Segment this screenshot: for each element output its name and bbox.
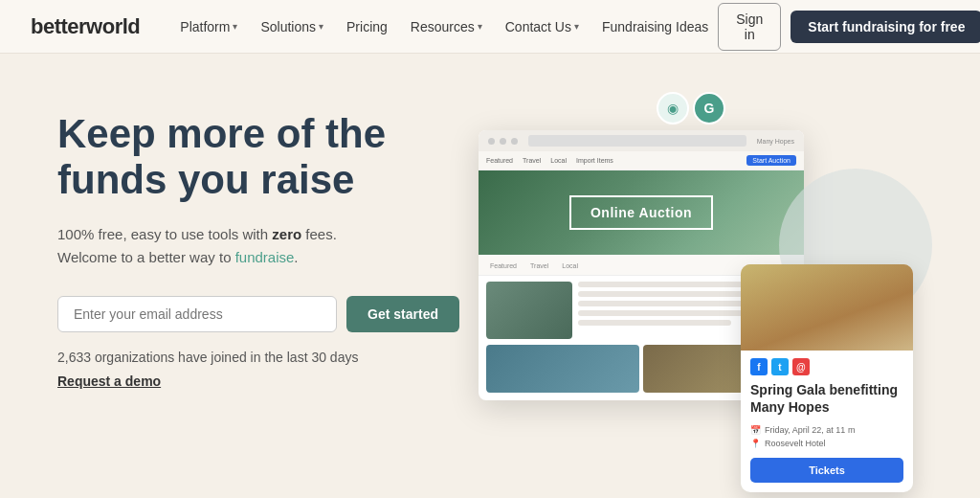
hero-left: Keep more of the funds you raise 100% fr… — [57, 92, 459, 498]
request-demo-link[interactable]: Request a demo — [57, 374, 161, 389]
hero-right: ◉ G Many Hopes Many Hopes Featured Trave… — [459, 92, 923, 498]
chevron-down-icon: ▾ — [233, 21, 237, 32]
tickets-button[interactable]: Tickets — [750, 458, 903, 483]
hero-subtitle: 100% free, easy to use tools with zero f… — [57, 223, 459, 269]
hero-section: Keep more of the funds you raise 100% fr… — [0, 54, 980, 498]
event-location-text: Roosevelt Hotel — [765, 439, 826, 448]
mockup-nav-item-3: Local — [550, 157, 567, 164]
mockup-thumbnail — [486, 282, 572, 339]
nav-actions: Sign in Start fundraising for free — [718, 3, 980, 51]
mockup-thumb-image — [486, 282, 572, 339]
mockup-text-line-5 — [578, 320, 731, 326]
pin-icon: ◉ — [657, 92, 689, 124]
facebook-icon[interactable]: f — [750, 358, 768, 375]
event-card-image — [741, 264, 913, 351]
mockup-url-text: Many Hopes — [757, 138, 794, 145]
event-card-title: Spring Gala benefitting Many Hopes — [741, 379, 913, 423]
mockup-tab-featured[interactable]: Featured — [486, 260, 521, 271]
social-proof-text: 2,633 organizations have joined in the l… — [57, 350, 459, 365]
nav-item-platform-label: Platform — [180, 19, 230, 34]
chevron-down-icon: ▾ — [574, 21, 579, 32]
event-card-date: 📅 Friday, April 22, at 11 m — [741, 423, 913, 437]
chevron-down-icon: ▾ — [319, 21, 323, 32]
email-icon[interactable]: @ — [792, 358, 810, 375]
twitter-icon[interactable]: t — [771, 358, 789, 375]
mockup-grid-item-1 — [486, 345, 639, 393]
float-icons: ◉ G — [657, 92, 725, 124]
nav-item-fundraising-ideas-label: Fundraising Ideas — [602, 19, 708, 34]
nav-item-resources[interactable]: Resources ▾ — [401, 13, 492, 40]
event-date-text: Friday, April 22, at 11 m — [765, 425, 855, 435]
event-card: f t @ Spring Gala benefitting Many Hopes… — [741, 264, 913, 492]
event-card-social-icons: f t @ — [741, 351, 913, 379]
mockup-dot-1 — [488, 138, 495, 145]
start-fundraising-button[interactable]: Start fundraising for free — [791, 11, 980, 43]
navbar: betterworld Platform ▾ Solutions ▾ Prici… — [0, 0, 980, 54]
nav-item-pricing[interactable]: Pricing — [337, 13, 397, 40]
event-card-location: 📍 Roosevelt Hotel — [741, 437, 913, 450]
mockup-topbar: Many Hopes Many Hopes — [479, 130, 804, 151]
hero-title: Keep more of the funds you raise — [57, 111, 459, 204]
calendar-icon: 📅 — [750, 425, 761, 435]
chevron-down-icon: ▾ — [478, 21, 482, 32]
nav-item-fundraising-ideas[interactable]: Fundraising Ideas — [592, 13, 718, 40]
get-started-button[interactable]: Get started — [346, 296, 459, 332]
email-input[interactable] — [57, 296, 337, 332]
nav-item-contact-label: Contact Us — [505, 19, 571, 34]
email-form: Get started — [57, 296, 459, 332]
mockup-dot-3 — [511, 138, 518, 145]
g-icon: G — [693, 92, 725, 124]
fundraise-link[interactable]: fundraise — [235, 249, 295, 265]
mockup-auction-banner: Online Auction — [479, 170, 804, 255]
mockup-tab-local[interactable]: Local — [558, 260, 582, 271]
mockup-tab-travel[interactable]: Travel — [526, 260, 552, 271]
nav-links: Platform ▾ Solutions ▾ Pricing Resources… — [170, 13, 718, 40]
subtitle-bold: zero — [272, 226, 301, 242]
nav-item-pricing-label: Pricing — [346, 19, 388, 34]
nav-item-resources-label: Resources — [411, 19, 475, 34]
location-pin-icon: 📍 — [750, 439, 761, 448]
mockup-nav-item-2: Travel — [523, 157, 541, 164]
mockup-urlbar: Many Hopes — [528, 135, 746, 147]
event-card-image-overlay — [741, 264, 913, 351]
auction-label: Online Auction — [569, 195, 713, 230]
subtitle-text-1: 100% free, easy to use tools with — [57, 226, 272, 242]
mockup-text-line-3 — [578, 301, 752, 306]
mockup-dot-2 — [500, 138, 506, 145]
mockup-nav-item-1: Featured — [486, 157, 513, 164]
nav-item-solutions[interactable]: Solutions ▾ — [251, 13, 333, 40]
mockup-start-auction-button[interactable]: Start Auction — [746, 155, 796, 166]
mockup-nav-item-4: Import Items — [576, 157, 613, 164]
signin-button[interactable]: Sign in — [718, 3, 781, 51]
nav-item-platform[interactable]: Platform ▾ — [170, 13, 247, 40]
logo[interactable]: betterworld — [31, 14, 140, 39]
subtitle-end: . — [294, 249, 298, 265]
nav-item-contact[interactable]: Contact Us ▾ — [496, 13, 589, 40]
nav-item-solutions-label: Solutions — [260, 19, 316, 34]
mockup-nav-strip: Featured Travel Local Import Items Start… — [479, 151, 804, 170]
